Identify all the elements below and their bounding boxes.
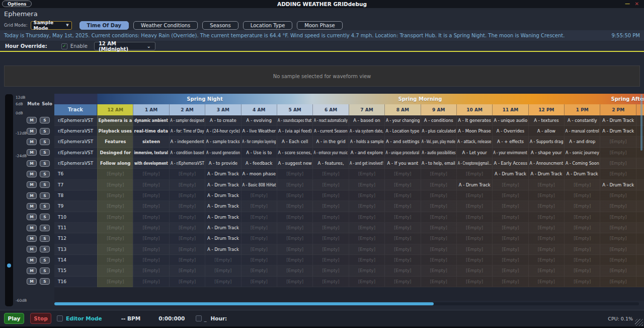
grid-cell[interactable]: A - for: Time of Day bbox=[169, 126, 205, 136]
grid-cell[interactable]: [Empty] bbox=[564, 212, 600, 222]
hour-checkbox[interactable] bbox=[196, 315, 202, 321]
grid-cell[interactable]: [Empty] bbox=[169, 180, 205, 190]
grid-cell[interactable]: [Empty] bbox=[600, 244, 635, 254]
grid-cell[interactable]: [Empty] bbox=[277, 201, 312, 211]
grid-cell[interactable]: [Empty] bbox=[97, 180, 133, 190]
grid-cell[interactable]: [Empty] bbox=[97, 212, 133, 222]
grid-cell[interactable]: [Empty] bbox=[169, 212, 205, 222]
track-name[interactable]: T8 bbox=[54, 190, 97, 201]
grid-cell[interactable]: [Empty] bbox=[564, 233, 600, 243]
grid-cell[interactable]: [Empty] bbox=[421, 169, 456, 179]
grid-cell[interactable]: A - Overrides bbox=[492, 126, 528, 136]
close-icon[interactable]: ✕ bbox=[635, 0, 639, 8]
grid-cell[interactable] bbox=[636, 223, 644, 233]
grid-cell[interactable]: A - Vol, pan, play mode bbox=[421, 137, 456, 147]
grid-cell[interactable]: A - If you want bbox=[384, 158, 420, 168]
grid-cell[interactable]: A - sample tracks bbox=[205, 137, 240, 147]
grid-cell[interactable]: [Empty] bbox=[421, 244, 456, 254]
solo-button[interactable]: S bbox=[40, 128, 50, 135]
grid-cell[interactable]: [Empty] bbox=[528, 277, 564, 287]
grid-cell[interactable]: [Empty] bbox=[133, 169, 169, 179]
grid-cell[interactable]: [Empty] bbox=[241, 190, 277, 201]
grid-cell[interactable]: [Empty] bbox=[421, 255, 456, 265]
grid-cell[interactable]: A - evolving bbox=[241, 115, 277, 125]
editor-mode-checkbox[interactable] bbox=[57, 315, 63, 321]
grid-cell[interactable]: [Empty] bbox=[421, 190, 456, 201]
grid-cell[interactable] bbox=[636, 255, 644, 265]
grid-cell[interactable]: A - based on bbox=[349, 115, 384, 125]
grid-cell[interactable]: [Empty] bbox=[600, 137, 635, 147]
solo-button[interactable]: S bbox=[40, 117, 50, 123]
grid-cell[interactable]: real-time data bbox=[133, 126, 169, 136]
tab-moon-phase[interactable]: Moon Phase bbox=[297, 21, 342, 30]
grid-cell[interactable]: A - and settings bbox=[384, 137, 420, 147]
grid-cell[interactable]: [Empty] bbox=[600, 190, 635, 201]
tab-location-type[interactable]: Location Type bbox=[243, 21, 292, 30]
grid-cell[interactable]: A - Drum Track bbox=[205, 212, 240, 222]
grid-cell[interactable]: A - condition based bbox=[169, 148, 205, 158]
solo-button[interactable]: S bbox=[40, 225, 50, 231]
grid-cell[interactable]: [Empty] bbox=[349, 255, 384, 265]
grid-cell[interactable]: [Empty] bbox=[528, 233, 564, 243]
grid-cell[interactable] bbox=[636, 180, 644, 190]
grid-cell[interactable]: A - moon phase bbox=[241, 169, 277, 179]
grid-cell[interactable]: [Empty] bbox=[456, 223, 492, 233]
grid-cell[interactable]: Follow along bbox=[97, 158, 133, 168]
hour-header-12-pm[interactable]: 12 PM bbox=[528, 104, 564, 115]
grid-cell[interactable]: A - suggest new bbox=[277, 158, 312, 168]
mute-button[interactable]: M bbox=[27, 214, 37, 220]
grid-cell[interactable]: [Empty] bbox=[528, 201, 564, 211]
hour-override-enable-checkbox[interactable]: ✓ bbox=[61, 43, 67, 49]
grid-cell[interactable]: [Empty] bbox=[564, 201, 600, 211]
hour-header-10-am[interactable]: 10 AM bbox=[456, 104, 492, 115]
grid-cell[interactable]: A - manual control bbox=[564, 126, 600, 136]
grid-cell[interactable]: A bbox=[636, 137, 644, 147]
grid-cell[interactable]: [Empty] bbox=[97, 190, 133, 201]
grid-cell[interactable]: A - Drum Track bbox=[205, 201, 240, 211]
grid-cell[interactable]: [Empty] bbox=[492, 277, 528, 287]
grid-cell[interactable]: [Empty] bbox=[241, 277, 277, 287]
grid-cell[interactable]: with development bbox=[133, 158, 169, 168]
grid-cell[interactable]: A - allow bbox=[528, 126, 564, 136]
grid-cell[interactable]: [Empty] bbox=[384, 180, 420, 190]
grid-cell[interactable]: [Empty] bbox=[492, 190, 528, 201]
solo-button[interactable]: S bbox=[40, 246, 50, 252]
grid-cell[interactable]: [Empty] bbox=[97, 266, 133, 276]
track-name[interactable]: T15 bbox=[54, 266, 97, 276]
hour-header-8-am[interactable]: 8 AM bbox=[384, 104, 420, 115]
grid-cell[interactable]: [Empty] bbox=[349, 212, 384, 222]
grid-cell[interactable]: [Empty] bbox=[600, 266, 635, 276]
grid-cell[interactable]: [Empty] bbox=[528, 244, 564, 254]
grid-cell[interactable]: [Empty] bbox=[384, 212, 420, 222]
grid-cell[interactable]: [Empty] bbox=[241, 201, 277, 211]
grid-cell[interactable]: [Empty] bbox=[169, 266, 205, 276]
grid-cell[interactable]: A - current Season bbox=[312, 126, 348, 136]
grid-cell[interactable]: [Empty] bbox=[564, 223, 600, 233]
grid-cell[interactable]: [Empty] bbox=[349, 233, 384, 243]
grid-mode-select[interactable]: Sample Mode ▼ bbox=[31, 21, 72, 30]
hour-header-4-am[interactable]: 4 AM bbox=[241, 104, 277, 115]
grid-cell[interactable]: [Empty] bbox=[277, 277, 312, 287]
grid-cell[interactable]: [Empty] bbox=[205, 255, 240, 265]
track-name[interactable]: r/EphemeraVST bbox=[54, 137, 97, 147]
grid-cell[interactable]: [Empty] bbox=[564, 266, 600, 276]
grid-cell[interactable]: [Empty] bbox=[456, 212, 492, 222]
grid-cell[interactable]: A - Each cell bbox=[277, 137, 312, 147]
track-name[interactable]: T14 bbox=[54, 255, 97, 265]
grid-cell[interactable]: [Empty] bbox=[384, 223, 420, 233]
grid-cell[interactable]: A - to create bbox=[205, 115, 240, 125]
grid-cell[interactable]: [Empty] bbox=[600, 255, 635, 265]
grid-cell[interactable]: [Empty] bbox=[349, 169, 384, 179]
mute-button[interactable]: M bbox=[27, 171, 37, 177]
grid-cell[interactable]: A - + effects bbox=[492, 137, 528, 147]
hour-header-2-am[interactable]: 2 AM bbox=[169, 104, 205, 115]
grid-cell[interactable]: [Empty] bbox=[600, 148, 635, 158]
grid-cell[interactable]: [Empty] bbox=[277, 190, 312, 201]
grid-cell[interactable]: A - Drum Track bbox=[600, 115, 635, 125]
grid-cell[interactable]: [Empty] bbox=[421, 277, 456, 287]
grid-cell[interactable]: [Empty] bbox=[600, 277, 635, 287]
grid-cell[interactable]: [Empty] bbox=[384, 244, 420, 254]
grid-cell[interactable]: Desinged for bbox=[97, 148, 133, 158]
track-name[interactable]: T13 bbox=[54, 244, 97, 254]
grid-cell[interactable]: A - r/EphemeraVST bbox=[169, 158, 205, 168]
